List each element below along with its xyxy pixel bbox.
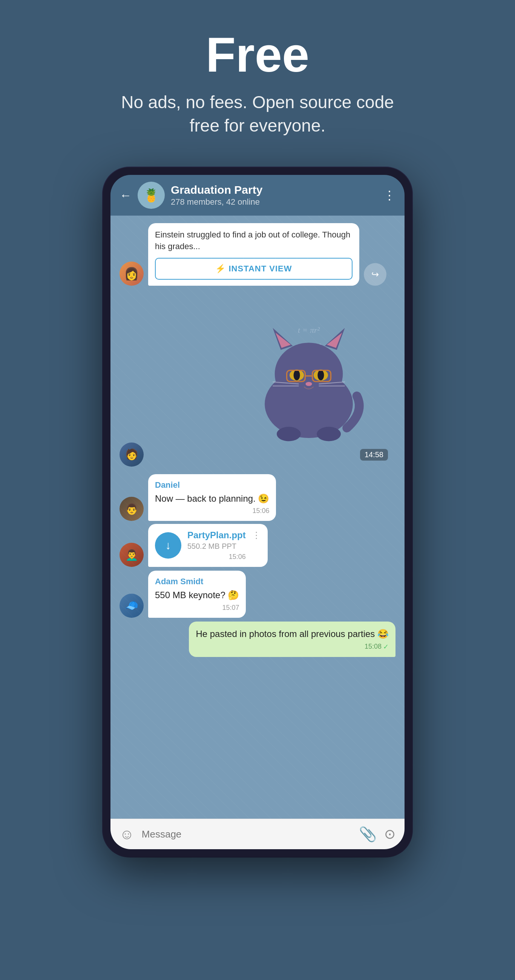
sticker-sender-avatar: 🧑 <box>120 442 143 467</box>
header-info: Graduation Party 278 members, 42 online <box>171 184 377 207</box>
message-row-file: 👨‍🦱 ↓ PartyPlan.ppt 550.2 MB PPT 15:06 ⋮ <box>120 524 395 567</box>
message-row-instant-view: 👩 Einstein struggled to find a job out o… <box>120 223 395 286</box>
sticker-time: 14:58 <box>360 449 388 461</box>
message-row-daniel: 👨 Daniel Now — back to planning. 😉 15:06 <box>120 474 395 521</box>
hero-subtitle: No ads, no fees. Open source code free f… <box>114 91 401 137</box>
chat-subtitle: 278 members, 42 online <box>171 197 377 207</box>
avatar-adam: 🧢 <box>120 593 143 618</box>
file-bubble: ↓ PartyPlan.ppt 550.2 MB PPT 15:06 ⋮ <box>148 524 268 567</box>
sticker-row: t = πr² A = πr² V = l³ P = 2πr A = πr² s… <box>120 293 395 467</box>
instant-view-btn-label: INSTANT VIEW <box>228 264 292 274</box>
svg-point-18 <box>277 427 301 441</box>
phone-outer: ← 🍍 Graduation Party 278 members, 42 onl… <box>103 167 412 857</box>
group-avatar-emoji: 🍍 <box>143 188 159 203</box>
instant-view-button[interactable]: ⚡ INSTANT VIEW <box>155 258 352 280</box>
cat-svg <box>249 316 369 444</box>
sticker-container: t = πr² A = πr² V = l³ P = 2πr A = πr² s… <box>222 293 395 467</box>
bubble-daniel: Daniel Now — back to planning. 😉 15:06 <box>148 474 276 521</box>
message-row-outgoing: He pasted in photos from all previous pa… <box>120 622 395 657</box>
text-outgoing: He pasted in photos from all previous pa… <box>196 628 389 640</box>
attach-button[interactable]: 📎 <box>359 826 376 842</box>
time-adam: 15:07 <box>155 604 239 612</box>
message-row-adam: 🧢 Adam Smidt 550 MB keynote? 🤔 15:07 <box>120 571 395 618</box>
group-avatar: 🍍 <box>138 182 165 209</box>
hero-title: Free <box>15 30 500 79</box>
bubble-outgoing: He pasted in photos from all previous pa… <box>189 622 395 657</box>
chat-menu-button[interactable]: ⋮ <box>383 188 395 202</box>
svg-point-19 <box>317 427 341 441</box>
text-adam: 550 MB keynote? 🤔 <box>155 589 239 601</box>
share-button[interactable]: ↪ <box>364 263 386 286</box>
phone-inner: ← 🍍 Graduation Party 278 members, 42 onl… <box>110 175 405 849</box>
file-info: PartyPlan.ppt 550.2 MB PPT 15:06 <box>187 530 246 561</box>
emoji-button[interactable]: ☺ <box>120 826 134 842</box>
svg-point-9 <box>317 370 324 380</box>
instant-view-bubble: Einstein struggled to find a job out of … <box>148 223 359 286</box>
camera-button[interactable]: ⊙ <box>384 826 395 842</box>
file-size: 550.2 MB PPT <box>187 542 246 551</box>
lightning-icon: ⚡ <box>215 264 225 274</box>
avatar-file-sender: 👨‍🦱 <box>120 543 143 567</box>
download-icon: ↓ <box>166 539 171 552</box>
phone-wrapper: ← 🍍 Graduation Party 278 members, 42 onl… <box>103 167 412 857</box>
sender-daniel: Daniel <box>155 480 269 490</box>
chat-body: 👩 Einstein struggled to find a job out o… <box>110 216 405 819</box>
file-download-button[interactable]: ↓ <box>155 532 181 558</box>
svg-point-8 <box>294 370 300 380</box>
svg-point-1 <box>275 343 343 405</box>
time-daniel: 15:06 <box>155 507 269 515</box>
svg-point-13 <box>306 382 312 386</box>
file-time: 15:06 <box>187 553 246 561</box>
chat-header: ← 🍍 Graduation Party 278 members, 42 onl… <box>110 175 405 216</box>
input-bar: ☺ 📎 ⊙ <box>110 819 405 849</box>
avatar-daniel: 👨 <box>120 497 143 521</box>
checkmark-icon: ✓ <box>383 643 389 651</box>
share-icon: ↪ <box>372 269 379 280</box>
avatar-user1: 👩 <box>120 262 143 286</box>
cat-sticker <box>222 293 395 467</box>
file-name: PartyPlan.ppt <box>187 530 246 541</box>
text-daniel: Now — back to planning. 😉 <box>155 492 269 505</box>
instant-view-text: Einstein struggled to find a job out of … <box>155 229 352 253</box>
chat-name: Graduation Party <box>171 184 377 196</box>
time-outgoing: 15:08 ✓ <box>196 643 389 651</box>
sender-adam: Adam Smidt <box>155 577 239 587</box>
file-menu-button[interactable]: ⋮ <box>252 530 261 541</box>
bubble-adam: Adam Smidt 550 MB keynote? 🤔 15:07 <box>148 571 246 618</box>
hero-section: Free No ads, no fees. Open source code f… <box>0 0 515 160</box>
message-input[interactable] <box>142 829 351 840</box>
outgoing-time-value: 15:08 <box>365 643 381 651</box>
back-button[interactable]: ← <box>120 188 132 202</box>
